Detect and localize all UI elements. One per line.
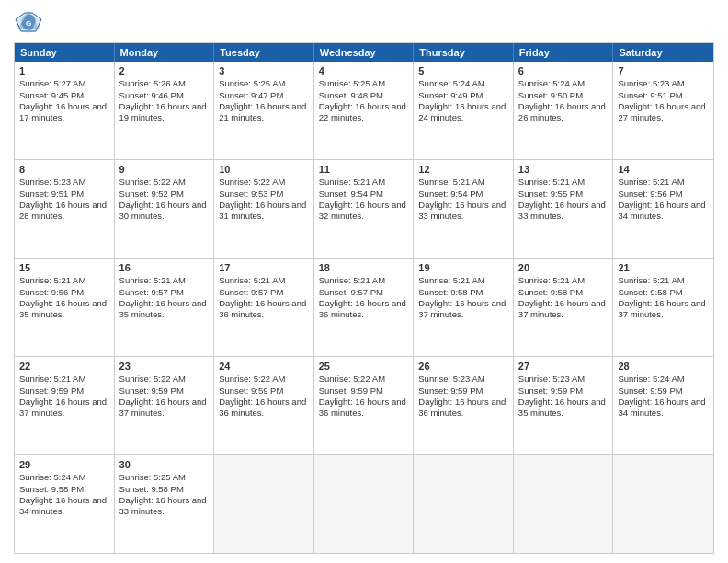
page: G Sunday Monday Tuesday Wednesday Thursd… [0,0,728,563]
cal-cell: 1 Sunrise: 5:27 AM Sunset: 9:45 PM Dayli… [15,62,115,159]
sunset: Sunset: 9:56 PM [618,189,682,199]
cal-cell [514,455,614,553]
sunrise: Sunrise: 5:25 AM [319,78,385,88]
day-number: 12 [418,163,508,176]
cal-cell: 22 Sunrise: 5:21 AM Sunset: 9:59 PM Dayl… [15,357,115,454]
sunset: Sunset: 9:59 PM [618,385,682,396]
day-number: 4 [319,64,409,77]
daylight: Daylight: 16 hours and 36 minutes. [319,298,406,319]
cal-cell: 11 Sunrise: 5:21 AM Sunset: 9:54 PM Dayl… [314,160,415,258]
daylight: Daylight: 16 hours and 35 minutes. [518,396,606,418]
day-number: 20 [518,261,609,274]
sunrise: Sunrise: 5:21 AM [418,177,484,187]
daylight: Daylight: 16 hours and 37 minutes. [19,396,107,418]
svg-text:G: G [26,19,31,28]
daylight: Daylight: 16 hours and 36 minutes. [219,298,306,319]
sunset: Sunset: 9:55 PM [518,189,583,199]
daylight: Daylight: 16 hours and 31 minutes. [219,200,306,221]
day-number: 19 [418,261,508,274]
day-number: 16 [119,261,210,274]
sunset: Sunset: 9:58 PM [119,484,184,494]
cal-cell: 2 Sunrise: 5:26 AM Sunset: 9:46 PM Dayli… [115,62,215,159]
sunset: Sunset: 9:57 PM [319,287,383,297]
sunrise: Sunrise: 5:21 AM [19,373,85,384]
sunrise: Sunrise: 5:23 AM [418,373,484,384]
sunset: Sunset: 9:59 PM [219,385,283,396]
daylight: Daylight: 16 hours and 17 minutes. [19,101,107,122]
cal-cell: 3 Sunrise: 5:25 AM Sunset: 9:47 PM Dayli… [214,62,314,159]
sunrise: Sunrise: 5:24 AM [518,78,585,88]
cal-cell: 17 Sunrise: 5:21 AM Sunset: 9:57 PM Dayl… [214,259,314,356]
cal-cell: 27 Sunrise: 5:23 AM Sunset: 9:59 PM Dayl… [514,357,614,454]
sunset: Sunset: 9:51 PM [618,90,682,100]
sunset: Sunset: 9:54 PM [319,189,383,199]
sunrise: Sunrise: 5:21 AM [219,275,285,285]
day-number: 6 [518,64,609,77]
calendar-row: 1 Sunrise: 5:27 AM Sunset: 9:45 PM Dayli… [15,62,713,160]
calendar-row: 8 Sunrise: 5:23 AM Sunset: 9:51 PM Dayli… [15,160,713,259]
sunrise: Sunrise: 5:21 AM [19,275,85,285]
sunset: Sunset: 9:59 PM [119,385,184,396]
day-number: 28 [618,360,709,373]
cal-cell: 18 Sunrise: 5:21 AM Sunset: 9:57 PM Dayl… [314,259,415,356]
daylight: Daylight: 16 hours and 34 minutes. [618,200,705,221]
sunset: Sunset: 9:59 PM [518,385,583,396]
sunset: Sunset: 9:57 PM [119,287,184,297]
cal-cell: 6 Sunrise: 5:24 AM Sunset: 9:50 PM Dayli… [514,62,614,159]
daylight: Daylight: 16 hours and 19 minutes. [119,101,207,122]
day-number: 18 [319,261,409,274]
sunrise: Sunrise: 5:24 AM [618,373,684,384]
header-tuesday: Tuesday [214,43,314,62]
cal-cell: 14 Sunrise: 5:21 AM Sunset: 9:56 PM Dayl… [613,160,713,258]
sunrise: Sunrise: 5:23 AM [19,177,85,187]
day-number: 3 [219,64,309,77]
daylight: Daylight: 16 hours and 33 minutes. [418,200,506,221]
sunset: Sunset: 9:58 PM [518,287,583,297]
calendar: Sunday Monday Tuesday Wednesday Thursday… [14,42,714,554]
daylight: Daylight: 16 hours and 35 minutes. [119,298,207,319]
daylight: Daylight: 16 hours and 28 minutes. [19,200,107,221]
cal-cell [314,455,415,553]
day-number: 11 [319,163,409,176]
daylight: Daylight: 16 hours and 35 minutes. [19,298,107,319]
sunrise: Sunrise: 5:27 AM [19,78,85,88]
cal-cell: 25 Sunrise: 5:22 AM Sunset: 9:59 PM Dayl… [314,357,415,454]
header-friday: Friday [514,43,614,62]
sunrise: Sunrise: 5:26 AM [119,78,186,88]
header-sunday: Sunday [15,43,115,62]
cal-cell: 19 Sunrise: 5:21 AM Sunset: 9:58 PM Dayl… [414,259,514,356]
sunset: Sunset: 9:46 PM [119,90,184,100]
sunrise: Sunrise: 5:21 AM [319,177,385,187]
calendar-row: 29 Sunrise: 5:24 AM Sunset: 9:58 PM Dayl… [15,455,713,553]
day-number: 9 [119,163,210,176]
sunrise: Sunrise: 5:22 AM [219,177,285,187]
day-number: 23 [119,360,210,373]
cal-cell: 5 Sunrise: 5:24 AM Sunset: 9:49 PM Dayli… [414,62,514,159]
sunrise: Sunrise: 5:24 AM [418,78,484,88]
day-number: 2 [119,64,210,77]
sunset: Sunset: 9:58 PM [618,287,682,297]
sunset: Sunset: 9:59 PM [19,385,84,396]
sunset: Sunset: 9:45 PM [19,90,84,100]
sunrise: Sunrise: 5:23 AM [618,78,684,88]
cal-cell: 10 Sunrise: 5:22 AM Sunset: 9:53 PM Dayl… [214,160,314,258]
sunrise: Sunrise: 5:21 AM [119,275,186,285]
cal-cell: 12 Sunrise: 5:21 AM Sunset: 9:54 PM Dayl… [414,160,514,258]
day-number: 27 [518,360,609,373]
daylight: Daylight: 16 hours and 34 minutes. [19,495,107,516]
sunrise: Sunrise: 5:21 AM [618,275,684,285]
day-number: 21 [618,261,709,274]
day-number: 22 [19,360,109,373]
sunset: Sunset: 9:51 PM [19,189,84,199]
sunrise: Sunrise: 5:24 AM [19,472,85,482]
cal-cell: 13 Sunrise: 5:21 AM Sunset: 9:55 PM Dayl… [514,160,614,258]
header: G [14,9,714,35]
daylight: Daylight: 16 hours and 36 minutes. [219,396,306,418]
sunrise: Sunrise: 5:23 AM [518,373,585,384]
daylight: Daylight: 16 hours and 34 minutes. [618,396,705,418]
sunrise: Sunrise: 5:21 AM [618,177,684,187]
header-wednesday: Wednesday [314,43,415,62]
day-number: 13 [518,163,609,176]
sunrise: Sunrise: 5:22 AM [219,373,285,384]
cal-cell: 16 Sunrise: 5:21 AM Sunset: 9:57 PM Dayl… [115,259,215,356]
